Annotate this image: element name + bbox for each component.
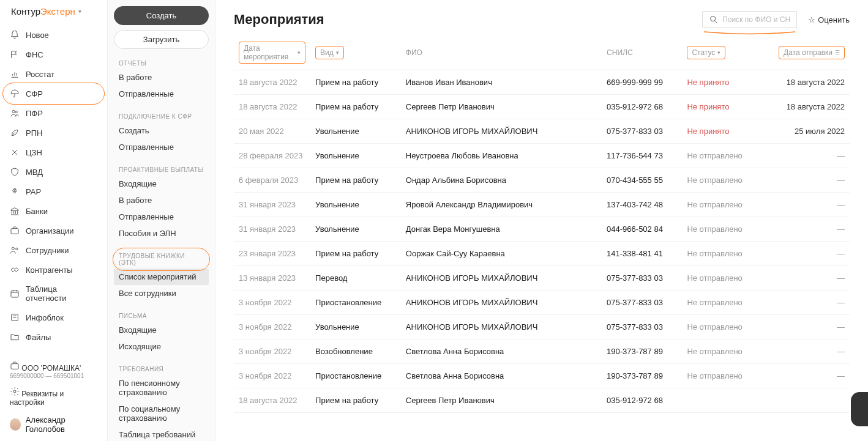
cell-type: Возобновление	[310, 339, 401, 364]
col-sent-date[interactable]: Дата отправки☰	[769, 35, 850, 70]
sidebar-subitem[interactable]: Таблица требований	[114, 426, 209, 441]
cell-type: Увольнение	[310, 144, 401, 168]
table-row[interactable]: 3 ноября 2022УвольнениеАНИКОНОВ ИГОРЬ МИ…	[234, 315, 850, 339]
sort-icon: ☰	[835, 50, 840, 56]
sidebar-subitem[interactable]: В работе	[114, 192, 209, 209]
nav-item-umbrella[interactable]: СФР	[0, 84, 107, 103]
sidebar-subitem[interactable]: Создать	[114, 122, 209, 139]
sidebar-subitem[interactable]: По пенсионному страхованию	[114, 375, 209, 401]
nav-item-briefcase[interactable]: Организации	[0, 221, 107, 240]
secondary-sidebar: Создать Загрузить ОТЧЕТЫВ работеОтправле…	[108, 0, 215, 441]
section-heading: ТРЕБОВАНИЯ	[114, 363, 209, 375]
table-row[interactable]: 3 ноября 2022ВозобновлениеСветлова Анна …	[234, 339, 850, 364]
table-row[interactable]: 18 августа 2022Прием на работуСергеев Пе…	[234, 388, 850, 413]
nav-label: ПФР	[26, 109, 43, 118]
upload-button[interactable]: Загрузить	[114, 30, 209, 49]
search-box[interactable]	[702, 11, 797, 28]
nav-item-leaf[interactable]: РПН	[0, 123, 107, 143]
avatar	[10, 418, 21, 431]
nav-label: Контрагенты	[26, 265, 73, 275]
table-row[interactable]: 6 февраля 2023Прием на работуОндар Альби…	[234, 168, 850, 193]
nav-label: ФНС	[26, 50, 43, 59]
sidebar-subitem[interactable]: Входящие	[114, 322, 209, 338]
sidebar-subitem[interactable]: В работе	[114, 69, 209, 86]
cell-fio: Иванов Иван Иванович	[401, 70, 602, 95]
org-block[interactable]: ООО 'РОМАШКА' 6699000000 — 669501001	[0, 357, 107, 383]
sidebar-subitem[interactable]: Пособия и ЭЛН	[114, 225, 209, 242]
sidebar-subitem[interactable]: По социальному страхованию	[114, 401, 209, 426]
table-row[interactable]: 3 ноября 2022ПриостановлениеАНИКОНОВ ИГО…	[234, 291, 850, 315]
col-event-date[interactable]: Дата мероприятия▾	[234, 35, 310, 70]
sidebar-subitem[interactable]: Отправленные	[114, 209, 209, 225]
sidebar-subitem[interactable]: Входящие	[114, 176, 209, 192]
sidebar-subitem[interactable]: Все сотрудники	[114, 285, 209, 302]
nav-item-bell[interactable]: Новое	[0, 25, 107, 45]
cell-snils: 075-377-833 03	[602, 291, 682, 315]
sidebar-subitem[interactable]: Отправленные	[114, 139, 209, 155]
cell-sent: —	[769, 266, 850, 291]
sidebar-subitem[interactable]: Отправленные	[114, 86, 209, 102]
nav-item-chart[interactable]: Росстат	[0, 64, 107, 84]
cell-sent: —	[769, 291, 850, 315]
logo-text: КонтурЭкстерн	[11, 6, 75, 17]
nav-item-tools[interactable]: ЦЗН	[0, 143, 107, 162]
nav-item-calendar[interactable]: Таблица отчетности	[0, 280, 107, 308]
cell-type: Увольнение	[310, 119, 401, 144]
nav-item-users[interactable]: Сотрудники	[0, 240, 107, 260]
handshake-icon	[10, 265, 20, 275]
nav-item-book[interactable]: Инфоблок	[0, 308, 107, 327]
table-row[interactable]: 23 января 2023Прием на работуОоржак Сай-…	[234, 242, 850, 266]
chevron-down-icon: ▾	[336, 50, 339, 56]
create-button[interactable]: Создать	[114, 6, 209, 25]
cell-fio: АНИКОНОВ ИГОРЬ МИХАЙЛОВИЧ	[401, 266, 602, 291]
chat-widget[interactable]	[851, 392, 868, 426]
nav-item-bank[interactable]: Банки	[0, 201, 107, 221]
table-row[interactable]: 3 ноября 2022ПриостановлениеСветлова Анн…	[234, 364, 850, 388]
sidebar-subitem[interactable]: Список мероприятий	[114, 269, 209, 285]
nav-item-shield[interactable]: МВД	[0, 162, 107, 182]
table-row[interactable]: 18 августа 2022Прием на работуСергеев Пе…	[234, 95, 850, 119]
user-block[interactable]: Александр Гололобов	[0, 410, 107, 441]
cell-snils: 075-377-833 03	[602, 315, 682, 339]
cell-fio: Донгак Вера Монгушевна	[401, 217, 602, 242]
nav-item-folder[interactable]: Файлы	[0, 327, 107, 347]
cell-type: Прием на работу	[310, 242, 401, 266]
cell-type: Увольнение	[310, 217, 401, 242]
umbrella-icon	[10, 89, 20, 98]
calendar-icon	[10, 289, 20, 298]
cell-fio: Ооржак Сай-Суу Караевна	[401, 242, 602, 266]
search-input[interactable]	[722, 15, 790, 24]
nav-item-people[interactable]: ПФР	[0, 103, 107, 123]
settings-link[interactable]: Реквизиты и настройки	[0, 383, 107, 410]
table-row[interactable]: 28 февраля 2023УвольнениеНеустроева Любо…	[234, 144, 850, 168]
cell-snils: 669-999-999 99	[602, 70, 682, 95]
leaf-icon	[10, 128, 20, 138]
sidebar-subitem[interactable]: Исходящие	[114, 338, 209, 355]
table-row[interactable]: 31 января 2023УвольнениеЯровой Александр…	[234, 193, 850, 217]
cell-date: 6 февраля 2023	[234, 168, 310, 193]
svg-point-13	[711, 17, 716, 21]
cell-date: 31 января 2023	[234, 193, 310, 217]
table-row[interactable]: 13 января 2023ПереводАНИКОНОВ ИГОРЬ МИХА…	[234, 266, 850, 291]
nav-item-grape[interactable]: РАР	[0, 182, 107, 201]
logo[interactable]: КонтурЭкстерн ▾	[0, 0, 107, 23]
cell-status: Не принято	[682, 95, 769, 119]
table-row[interactable]: 18 августа 2022Прием на работуИванов Ива…	[234, 70, 850, 95]
primary-nav: НовоеФНСРосстатСФРПФРРПНЦЗНМВДРАРБанкиОр…	[0, 23, 107, 349]
table-row[interactable]: 20 мая 2022УвольнениеАНИКОНОВ ИГОРЬ МИХА…	[234, 119, 850, 144]
rate-button[interactable]: ☆ Оценить	[808, 15, 850, 24]
nav-label: Организации	[26, 226, 74, 235]
nav-item-handshake[interactable]: Контрагенты	[0, 260, 107, 280]
nav-item-flag[interactable]: ФНС	[0, 45, 107, 64]
bell-icon	[10, 30, 20, 40]
book-icon	[10, 313, 20, 322]
nav-label: Новое	[26, 31, 49, 40]
cell-status: Не отправлено	[682, 266, 769, 291]
cell-sent: —	[769, 193, 850, 217]
cell-status: Не отправлено	[682, 193, 769, 217]
table-row[interactable]: 31 января 2023УвольнениеДонгак Вера Монг…	[234, 217, 850, 242]
cell-status: Не отправлено	[682, 217, 769, 242]
section-heading: ПИСЬМА	[114, 310, 209, 322]
col-status[interactable]: Статус▾	[682, 35, 769, 70]
col-type[interactable]: Вид▾	[310, 35, 401, 70]
